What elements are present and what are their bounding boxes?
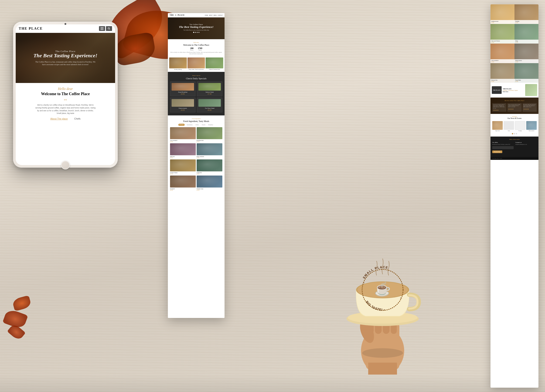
website-strip-preview: Mediterranean £4.50 Noodles £3.20 Ham an… [490,4,539,388]
menu-item-8: Chicken wrap £4.50 [197,175,222,191]
welcome-text: We're a family run coffee shop on Woodho… [35,104,96,115]
gallery-image-3 [205,58,223,68]
news-img-3 [515,121,525,130]
hero-description: The Coffee Place is a bar, restaurant an… [35,60,96,66]
ws-hero-desc: The Coffee Place is a bar, restaurant an… [183,29,209,31]
ws-welcome-sub: Hello dear [170,42,222,43]
menu-img-8 [197,175,222,187]
tab-all-menu[interactable]: All menu [178,124,185,126]
strip-food-overlay-2: Noodles £3.20 [514,20,539,24]
ws-menu-title: Fresh Ingredient, Tasty Meals [170,120,222,122]
news-label-1: Tapas fresh [492,130,503,131]
special-price-1: £3.50 [172,93,194,95]
menu-price-7: £2.90 [170,189,196,191]
search-button[interactable] [106,26,112,31]
svg-rect-9 [368,363,397,374]
tab-drinks[interactable]: Drinks [194,124,200,126]
strip-news-grid: Tapas fresh Toast Porridge Club sandwich [492,121,537,131]
tab-breakfast[interactable]: Breakfast [207,124,214,126]
strip-footer-col1: Our office Woodhouse Road, Finchley, Lon… [492,142,514,153]
strip-food-1: Mediterranean £4.50 [490,4,514,24]
ipad-frame: THE PLACE [13,22,118,168]
special-item-2: Salmon Steak £7.40 [197,81,222,96]
footer-reservation-button[interactable]: Reserve Now [492,151,502,153]
strip-banner-food-photo [525,84,537,96]
strip-food-overlay-5: Club sandwich £5.00 [490,59,514,63]
ipad-home-button[interactable] [61,161,70,169]
strip-reviews-title: Reviews about The Coffee Place [492,100,537,102]
strip-banner-title: THE PLACE [503,88,524,90]
svg-text:☕: ☕ [374,281,391,297]
menu-item-1: Tuna sandwich £3.50 [170,127,196,142]
website-specials-section: Today's Special Check Daily Specials Roy… [168,72,224,115]
menu-img-4 [197,143,222,155]
news-item-4: Club sandwich [526,121,537,131]
special-price-4: £5.50 [198,109,221,111]
gallery-caption-3: Grilled & Sauteed Dish [205,69,223,70]
strip-banner-logo: THE PLACE [492,86,502,94]
strip-food-name-5: Club sandwich [491,60,514,61]
strip-food-name-2: Noodles [515,21,538,22]
strip-food-overlay-6: Mixed greens £3.80 [514,59,539,63]
special-image-1 [172,83,194,90]
special-image-3 [172,99,194,107]
gallery-image-2 [187,58,205,68]
footer-reservation-input[interactable] [492,146,514,149]
strip-food-price-5: £5.00 [491,61,514,62]
strip-food-name-4: Wrap [515,40,538,42]
website-nav: THE ☕ PLACE HOME ABOUT MENU CONTACT [168,13,224,18]
review-stars-2: ★★★★★ [508,108,520,110]
menu-price-5: £5.50 [170,173,196,175]
menu-img-6 [197,159,222,171]
table-shadow [0,374,545,392]
strip-food-price-7: £2.50 [491,81,514,82]
review-text-1: Great food. Friendly staff and great por… [493,104,506,109]
strip-food-price-3: £4.00 [491,42,514,43]
ipad-welcome-section: Hello dear Welcome to The Coffee Place »… [16,83,115,124]
ws-specials-title: Check Daily Specials [170,77,222,80]
ipad-screen: THE PLACE [16,24,115,165]
strip-food-price-4: £3.50 [515,42,538,43]
about-link[interactable]: About The place [50,117,68,120]
website-nav-links: HOME ABOUT MENU CONTACT [205,15,223,16]
website-welcome-section: Hello dear Welcome to The Coffee Place 2… [168,39,224,58]
menu-line-2 [100,28,104,29]
dot-2 [195,32,196,33]
strip-reviews-section: Reviews about The Coffee Place Great foo… [490,97,539,114]
stat-clients-label: Clients [198,49,202,51]
special-item-1: Royal Breakfast £3.50 [170,81,196,96]
ws-hero-title: The Best Tasting Experience! [179,25,214,29]
menu-price-4: £3.20 [197,157,222,158]
tab-snacks[interactable]: Snacks [201,124,206,126]
strip-food-overlay-4: Wrap £3.50 [514,40,539,43]
ws-specials-sub: Today's Special [170,75,222,76]
svg-point-0 [108,28,110,29]
website-main-preview: THE ☕ PLACE HOME ABOUT MENU CONTACT The … [168,13,224,318]
footer-col2-text: info@thecoffeeplace.co.uk [515,144,537,145]
nav-link-contact: CONTACT [217,15,223,16]
news-item-3: Porridge [515,121,525,131]
strip-banner-text: THE PLACE Orange, Cucumber, Apple Kids m… [503,88,524,92]
dot-4 [198,32,199,33]
dot-3 [197,32,198,33]
strip-copyright: The Coffee Place © 2016 [492,158,502,159]
svg-line-1 [109,29,110,30]
special-name-1: Royal Breakfast [172,91,194,93]
strip-food-overlay-3: Ham and Cheese £4.00 [490,40,514,43]
strip-news-title: Our News & Events [492,117,537,119]
stat-clients: 1769 [198,47,202,49]
menu-grid: Tuna sandwich £3.50 Breakfast dish £4.20… [170,127,222,191]
special-image-4 [198,99,221,107]
menu-price-3: £3.80 [170,157,196,158]
ws-hero-dots [193,32,199,33]
tab-sandwiches[interactable]: Sandwiches [186,124,194,126]
hamburger-menu-button[interactable] [99,26,105,31]
specials-grid: Royal Breakfast £3.50 Salmon Steak £7.40… [170,81,222,112]
chefs-link[interactable]: Chefs [74,117,81,120]
menu-price-1: £3.50 [170,141,196,142]
review-card-1: Great food. Friendly staff and great por… [492,103,506,112]
menu-item-2: Breakfast dish £4.20 [197,127,222,142]
hero-title: The Best Tasting Experience! [33,53,97,59]
search-icon [108,27,110,30]
stat-dishes-label: Dishes [190,49,193,51]
